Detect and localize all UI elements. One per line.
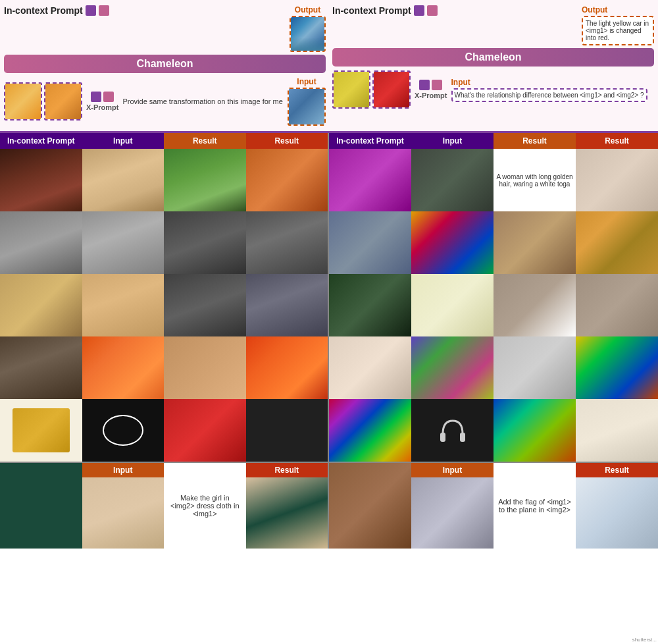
bottom-right-cell-4: Result — [576, 463, 658, 549]
grid-cell-r3-2 — [411, 274, 494, 336]
bottom-left: Input Make the girl in <img2> dress clot… — [0, 463, 329, 549]
grid-cell-2-3 — [164, 211, 246, 274]
grid-cell-4-3 — [164, 336, 246, 399]
bottom-left-cell-3: Make the girl in <img2> dress cloth in <… — [164, 463, 246, 549]
chameleon-title-right: Chameleon — [332, 48, 654, 67]
purple-square-left — [86, 5, 96, 16]
grid-header-result1-left: Result — [164, 133, 246, 149]
bottom-right: Input Add the flag of <img1> to the plan… — [329, 463, 658, 549]
grid-header-result2-left: Result — [246, 133, 328, 149]
grid-row-2-left — [0, 211, 328, 274]
output-image-left — [290, 16, 326, 52]
bottom-area: Input Make the girl in <img2> dress clot… — [0, 463, 658, 549]
in-context-prompt-label-left: In-context Prompt — [4, 5, 109, 16]
left-grid: In-context Prompt Input Result Result — [0, 133, 329, 462]
grid-cell-3-4 — [246, 274, 328, 336]
grid-header-input-right: Input — [411, 133, 494, 149]
grid-row-5-right: shutterst... — [329, 399, 658, 462]
input-image-left — [288, 88, 326, 126]
xprompt-sq1-r — [419, 80, 430, 90]
xprompt-label-right: X-Prompt — [415, 92, 447, 99]
grid-row-3-left — [0, 274, 328, 336]
grid-header-incontext-right: In-context Prompt — [329, 133, 411, 149]
grid-cell-5-4 — [246, 399, 328, 462]
grid-row-1-right: A woman with long golden hair, waring a … — [329, 149, 658, 211]
grid-header-result1-right: Result — [494, 133, 576, 149]
bottom-right-cell-1 — [329, 463, 411, 549]
chameleon-panel-left: In-context Prompt Output Chameleon — [4, 5, 326, 126]
grid-cell-3-3 — [164, 274, 246, 336]
grid-header-incontext-left: In-context Prompt — [0, 133, 82, 149]
grid-row-3-right — [329, 274, 658, 336]
grid-cell-5-3 — [164, 399, 246, 462]
grid-cell-r3-3 — [494, 274, 576, 336]
grid-row-4-left — [0, 336, 328, 399]
grid-cell-r5-2: shutterst... — [411, 399, 494, 462]
grid-cell-r5-1 — [329, 399, 411, 462]
prompt-images-left — [4, 82, 82, 121]
prompt-img1-right — [332, 70, 370, 109]
xprompt-sq2 — [103, 92, 114, 102]
pink-square-left — [99, 5, 109, 16]
grid-cell-r1-1 — [329, 149, 411, 211]
chameleon-panel-right: In-context Prompt Output The light yello… — [332, 5, 654, 126]
grid-cell-5-2 — [82, 399, 164, 462]
bottom-left-cell-1 — [0, 463, 82, 549]
input-label-right: Input — [451, 78, 470, 87]
bottom-right-cell-2: Input — [411, 463, 494, 549]
grid-cell-3-1 — [0, 274, 82, 336]
output-label-right: Output — [582, 5, 607, 14]
grid-cell-r1-3: A woman with long golden hair, waring a … — [494, 149, 576, 211]
grid-cell-2-2 — [82, 211, 164, 274]
grid-cell-3-2 — [82, 274, 164, 336]
grid-row-2-right — [329, 211, 658, 274]
purple-square-right — [414, 5, 424, 16]
grid-row-4-right — [329, 336, 658, 399]
bottom-left-cell-2: Input — [82, 463, 164, 549]
output-label-left: Output — [295, 5, 320, 14]
grid-cell-r5-4 — [576, 399, 658, 462]
bottom-right-cell-3: Add the flag of <img1> to the plane in <… — [494, 463, 576, 549]
bottom-left-cell-4: Result — [246, 463, 328, 549]
prompt-images-right — [332, 70, 411, 109]
grid-cell-r4-4 — [576, 336, 658, 399]
grid-cell-r4-1 — [329, 336, 411, 399]
grid-cell-4-4 — [246, 336, 328, 399]
grid-cell-4-2 — [82, 336, 164, 399]
grid-cell-1-1 — [0, 149, 82, 211]
input-label-left: Input — [297, 77, 316, 86]
grid-cell-r3-4 — [576, 274, 658, 336]
prompt-img1-left — [4, 82, 42, 121]
grid-cell-r2-3 — [494, 211, 576, 274]
grid-cell-1-2 — [82, 149, 164, 211]
prompt-img2-right — [372, 70, 411, 109]
grid-header-result2-right: Result — [576, 133, 658, 149]
grid-row-5-left — [0, 399, 328, 462]
chameleon-title-left: Chameleon — [4, 55, 326, 73]
grid-cell-r2-1 — [329, 211, 411, 274]
grid-cell-r4-2 — [411, 336, 494, 399]
bottom-result-label-left: Result — [246, 463, 328, 477]
bottom-result-label-right: Result — [576, 463, 658, 477]
svg-rect-0 — [440, 433, 445, 442]
grid-cell-2-1 — [0, 211, 82, 274]
output-text-right: The light yellow car in <img1> is change… — [582, 16, 654, 45]
grid-row-1-left — [0, 149, 328, 211]
bottom-input-label-right: Input — [411, 463, 494, 477]
xprompt-sq2-r — [432, 80, 442, 90]
xprompt-sq1 — [91, 92, 101, 102]
grid-cell-4-1 — [0, 336, 82, 399]
grid-cell-1-3 — [164, 149, 246, 211]
bottom-input-label-left: Input — [82, 463, 164, 477]
in-context-prompt-label-right: In-context Prompt — [332, 5, 438, 16]
page: In-context Prompt Output Chameleon — [0, 0, 658, 644]
prompt-text-left: Provide same transformation on this imag… — [123, 97, 284, 105]
grid-cell-5-1 — [0, 399, 82, 462]
grid-cell-r4-3 — [494, 336, 576, 399]
input-text-right: What's the relationship difference betwe… — [451, 88, 647, 102]
grid-cell-r5-3 — [494, 399, 576, 462]
grid-cell-2-4 — [246, 211, 328, 274]
grid-cell-r3-1 — [329, 274, 411, 336]
grid-cell-1-4 — [246, 149, 328, 211]
main-grid-area: In-context Prompt Input Result Result — [0, 133, 658, 463]
